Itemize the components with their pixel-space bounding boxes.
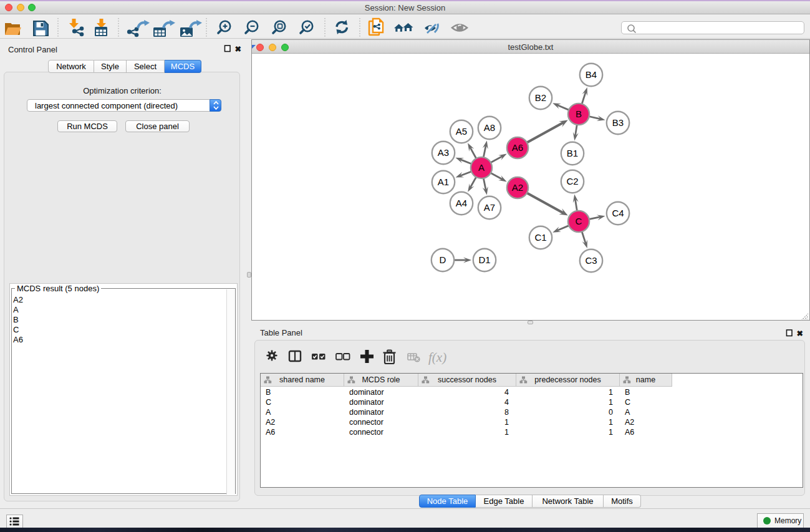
svg-text:C2: C2 [566,176,578,186]
svg-text:✖: ✖ [797,329,803,338]
svg-text:C: C [576,216,582,226]
svg-text:A7: A7 [484,202,495,213]
svg-text:A1: A1 [438,177,449,187]
svg-text:C4: C4 [612,208,624,218]
svg-text:A5: A5 [456,126,467,137]
svg-text:B3: B3 [612,117,624,128]
svg-text:A: A [478,162,485,173]
svg-text:A2: A2 [512,182,523,193]
svg-text:B4: B4 [586,69,597,80]
svg-text:f(x): f(x) [428,350,446,365]
svg-text:B2: B2 [535,92,546,103]
svg-text:C3: C3 [585,255,597,266]
svg-text:✖: ✖ [235,45,241,54]
svg-text:A8: A8 [484,122,495,133]
svg-text:B1: B1 [567,148,578,158]
svg-text:A4: A4 [456,198,467,208]
svg-text:D1: D1 [478,254,490,265]
svg-text:C1: C1 [534,232,546,243]
svg-text:B: B [576,109,582,119]
svg-text:A6: A6 [512,142,523,153]
svg-text:D: D [440,254,446,265]
svg-text:A3: A3 [438,147,449,158]
